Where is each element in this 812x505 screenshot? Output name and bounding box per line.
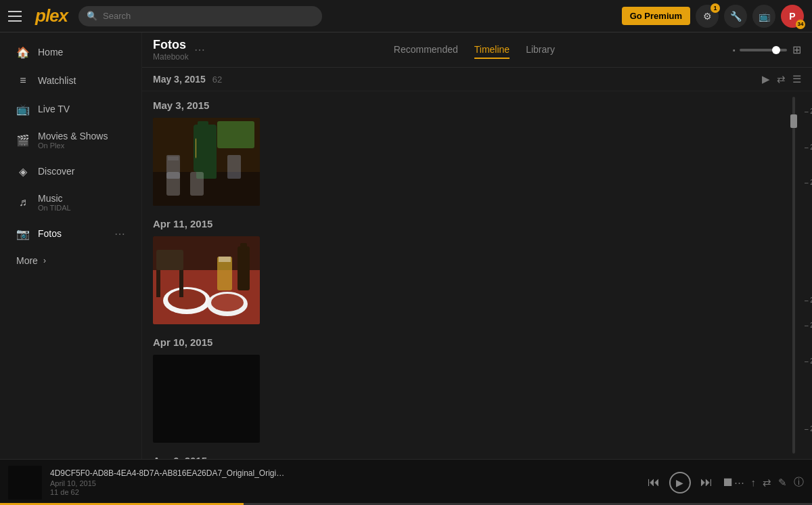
main-layout: 🏠 Home ≡ Watchlist 📺 Live TV 🎬 Movies & … [0,32,812,459]
timeline-track[interactable]: – 2019 – 2018 – 2015 – 2014 – 2008 – 200… [792,97,795,454]
header-options-button[interactable]: ⋯ [194,43,205,56]
timeline-year-2014[interactable]: – 2014 [805,297,812,304]
timeline-year-2006[interactable]: – 2006 [805,357,812,365]
timeline-year-2015[interactable]: – 2015 [805,179,812,186]
timeline-year-2018[interactable]: – 2018 [805,144,812,151]
user-avatar[interactable]: P 34 [781,5,804,28]
player-play-button[interactable]: ▶ [669,472,691,493]
svg-rect-15 [219,257,231,262]
avatar-badge: 34 [796,20,805,29]
photo-apr11-1[interactable] [153,236,260,324]
photo-grid-may3 [153,118,764,206]
filter-button[interactable]: ☰ [792,73,801,85]
timeline-year-2004[interactable]: – 2004 [805,425,812,433]
search-input[interactable] [103,11,314,21]
timeline-year-2019[interactable]: – 2019 [805,108,812,115]
search-icon: 🔍 [87,11,97,21]
photo-grid-apr11 [153,236,764,324]
sidebar-item-home[interactable]: 🏠 Home [5,39,136,66]
sidebar-label-movies: Movies & Shows On Plex [38,131,108,150]
tab-timeline[interactable]: Timeline [474,41,510,59]
photo-grid-apr10 [153,355,764,443]
thumbnail-icon: ▪ [733,46,736,54]
sidebar-label-livetv: Live TV [38,104,70,114]
player-more-icon[interactable]: ⋯ [734,477,744,489]
player-next-button[interactable]: ⏭ [700,475,713,489]
notification-icon: ⚙ [703,11,712,22]
player-info-icon[interactable]: ⓘ [794,476,804,489]
sidebar-item-movies[interactable]: 🎬 Movies & Shows On Plex [5,124,136,156]
player-filename: 4D9CF5F0-AD8B-4EA4-8D7A-AB816EA26DA7_Ori… [50,468,287,478]
player-stop-button[interactable]: ⏹ [722,475,734,489]
svg-rect-3 [198,121,208,129]
cast-button[interactable]: 📺 [752,5,775,28]
fotos-more-dots[interactable]: ⋯ [114,227,125,240]
music-sublabel: On TIDAL [38,204,71,212]
sidebar-more[interactable]: More › [5,248,136,273]
photo-count: 62 [212,74,222,85]
grid-view-button[interactable]: ⊞ [792,43,801,56]
photo-may3-1[interactable] [153,118,260,206]
plex-logo: plex [35,5,68,26]
date-label-apr10: Apr 10, 2015 [153,336,764,348]
active-date-label: May 3, 2015 [153,74,206,85]
svg-rect-17 [240,243,247,250]
nav-right: Go Premium ⚙ 🔧 📺 P 34 [622,5,804,28]
player-prev-button[interactable]: ⏮ [648,475,660,489]
svg-rect-4 [196,138,210,158]
svg-rect-2 [194,125,212,172]
sidebar-label-music: Music On TIDAL [38,193,71,212]
sidebar-item-watchlist[interactable]: ≡ Watchlist [5,67,136,94]
sidebar-item-music[interactable]: ♬ Music On TIDAL [5,186,136,219]
chevron-right-icon: › [43,256,46,265]
date-label-may3: May 3, 2015 [153,100,764,111]
thumbnail-size-slider[interactable]: ▪ [733,46,787,54]
date-label-apr11: Apr 11, 2015 [153,218,764,229]
player-date: April 10, 2015 [50,479,648,487]
date-section-apr6: Apr 6, 2015 [142,447,775,459]
sidebar-item-discover[interactable]: ◈ Discover [5,158,136,185]
premium-button[interactable]: Go Premium [622,7,690,25]
photos-scroll-area[interactable]: May 3, 2015 [142,91,775,459]
cast-icon: 📺 [759,11,770,22]
tab-recommended[interactable]: Recommended [394,41,458,59]
movies-sublabel: On Plex [38,141,108,150]
bottle-scene-img [153,118,260,206]
sidebar-label-fotos: Fotos [38,228,62,239]
sidebar-label-watchlist: Watchlist [38,75,76,86]
svg-rect-8 [227,155,241,179]
svg-point-13 [168,289,206,309]
page-subtitle: Matebook [153,52,189,62]
player-share-icon[interactable]: ↑ [751,477,757,488]
sidebar-item-fotos[interactable]: 📷 Fotos ⋯ [5,220,136,247]
discover-icon: ◈ [16,164,30,178]
sidebar-item-livetv[interactable]: 📺 Live TV [5,95,136,123]
settings-button[interactable]: 🔧 [724,5,747,28]
top-nav: plex 🔍 Go Premium ⚙ 🔧 📺 P 34 [0,0,812,32]
sidebar-label-home: Home [38,47,63,58]
notifications-button[interactable]: ⚙ [696,5,719,28]
content-area: Fotos Matebook ⋯ Recommended Timeline Li… [142,32,812,459]
page-title: Fotos [153,38,189,52]
shuffle-button[interactable]: ⇄ [777,73,786,85]
date-section-apr10: Apr 10, 2015 [142,328,775,447]
svg-rect-16 [238,246,250,290]
sidebar: 🏠 Home ≡ Watchlist 📺 Live TV 🎬 Movies & … [0,32,142,459]
player-edit-icon[interactable]: ✎ [778,477,787,489]
sidebar-label-discover: Discover [38,166,74,177]
timeline-year-2008[interactable]: – 2008 [805,322,812,329]
timeline-handle[interactable] [790,114,797,128]
size-slider-track[interactable] [740,49,787,51]
search-bar[interactable]: 🔍 [78,6,322,26]
play-button[interactable]: ▶ [762,73,770,85]
player-shuffle-icon[interactable]: ⇄ [763,477,771,489]
photo-apr10-1[interactable] [153,355,260,443]
header-tabs: Recommended Timeline Library [216,41,733,59]
tab-library[interactable]: Library [526,41,555,59]
player-info: 4D9CF5F0-AD8B-4EA4-8D7A-AB816EA26DA7_Ori… [50,468,648,496]
hamburger-menu[interactable] [8,7,27,26]
avatar-letter: P [789,11,795,22]
player-right-icons: ⋯ ↑ ⇄ ✎ ⓘ [734,476,805,489]
bottom-player: 4D9CF5F0-AD8B-4EA4-8D7A-AB816EA26DA7_Ori… [0,459,812,505]
player-thumbnail [8,466,42,500]
